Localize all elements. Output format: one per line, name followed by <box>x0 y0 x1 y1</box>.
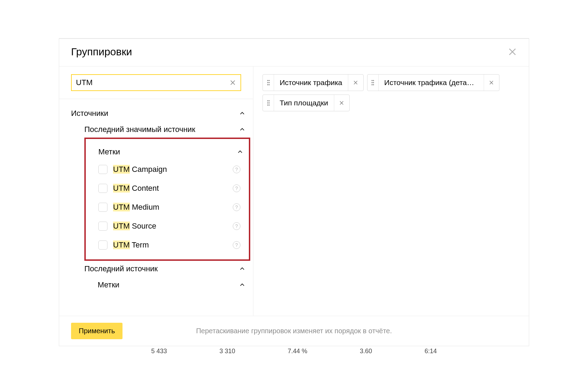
help-icon[interactable]: ? <box>233 241 240 249</box>
item-label: UTM Content <box>113 184 227 193</box>
highlight-text: UTM <box>113 165 130 174</box>
drag-handle-icon[interactable] <box>368 75 379 91</box>
svg-point-7 <box>373 80 374 81</box>
checkbox[interactable] <box>98 184 107 193</box>
utm-item-content[interactable]: UTM Content ? <box>98 179 245 198</box>
svg-point-10 <box>372 84 373 85</box>
tree-label: Последний значимый источник <box>84 125 195 134</box>
modal-title: Группировки <box>71 46 132 58</box>
item-rest: Term <box>130 240 149 249</box>
svg-point-8 <box>372 82 373 83</box>
highlight-text: UTM <box>113 240 130 249</box>
modal-footer: Применить Перетаскивание группировок изм… <box>59 316 529 346</box>
tree-toggle-last-significant[interactable]: Последний значимый источник <box>84 121 250 138</box>
chevron-up-icon <box>239 110 245 117</box>
chevron-up-icon <box>239 126 245 133</box>
help-icon[interactable]: ? <box>233 222 240 230</box>
checkbox[interactable] <box>98 240 107 250</box>
search-box <box>71 74 241 91</box>
svg-point-0 <box>267 80 268 81</box>
tree-node-metki: Метки <box>98 144 245 160</box>
chip-label: Источник трафика <box>274 78 348 87</box>
chevron-up-icon <box>237 149 243 155</box>
help-icon[interactable]: ? <box>233 166 240 173</box>
item-rest: Medium <box>130 203 159 211</box>
bg-num: 3 310 <box>219 348 235 355</box>
apply-button[interactable]: Применить <box>71 323 122 339</box>
svg-point-2 <box>267 82 268 83</box>
checkbox[interactable] <box>98 203 107 212</box>
tree-toggle-metki[interactable]: Метки <box>98 144 245 160</box>
svg-point-16 <box>267 104 268 105</box>
bg-num: 3.60 <box>360 348 372 355</box>
item-rest: Content <box>130 184 159 193</box>
chip-label: Источник трафика (деталь... <box>379 78 484 87</box>
groupings-modal: Группировки <box>59 38 529 346</box>
background-numbers: 5 433 3 310 7.44 % 3.60 6:14 <box>59 348 529 355</box>
svg-point-6 <box>372 80 373 81</box>
tree-toggle-metki2[interactable]: Метки <box>98 277 250 293</box>
left-panel: Источники Последний значимый источник <box>59 67 253 316</box>
bg-num: 5 433 <box>151 348 167 355</box>
tree-label: Метки <box>98 147 120 156</box>
highlight-text: UTM <box>113 184 130 193</box>
tree-wrap: Источники Последний значимый источник <box>59 99 253 316</box>
drag-handle-icon[interactable] <box>263 75 274 91</box>
chip-traffic-source-detail[interactable]: Источник трафика (деталь... <box>367 74 499 91</box>
chip-traffic-source[interactable]: Источник трафика <box>262 74 364 91</box>
chip-label: Тип площадки <box>274 99 334 107</box>
svg-point-12 <box>267 100 268 101</box>
svg-point-3 <box>268 82 270 83</box>
tree-label: Последний источник <box>84 264 158 273</box>
svg-point-14 <box>267 102 268 103</box>
help-icon[interactable]: ? <box>233 203 240 211</box>
bg-num: 6:14 <box>425 348 437 355</box>
close-icon[interactable] <box>508 47 517 56</box>
svg-point-11 <box>373 84 374 85</box>
tree-scroll[interactable]: Источники Последний значимый источник <box>59 99 253 316</box>
chip-remove-icon[interactable] <box>348 75 363 91</box>
tree-toggle-sources[interactable]: Источники <box>71 105 250 121</box>
highlight-text: UTM <box>113 203 130 211</box>
clear-search-icon[interactable] <box>229 79 236 86</box>
svg-point-1 <box>268 80 270 81</box>
svg-point-13 <box>268 100 270 101</box>
checkbox[interactable] <box>98 222 107 231</box>
drag-handle-icon[interactable] <box>263 95 274 111</box>
utm-item-campaign[interactable]: UTM Campaign ? <box>98 160 245 179</box>
svg-point-17 <box>268 104 270 105</box>
search-wrap <box>59 67 253 99</box>
chevron-up-icon <box>239 266 245 272</box>
tree-node-last-significant: Последний значимый источник <box>71 121 250 138</box>
item-label: UTM Campaign <box>113 165 227 174</box>
utm-item-term[interactable]: UTM Term ? <box>98 236 245 254</box>
tree-node-last-source: Последний источник <box>71 261 250 277</box>
svg-point-5 <box>268 84 270 85</box>
highlighted-utm-group: Метки UTM Campaign ? <box>84 138 250 261</box>
modal-body: Источники Последний значимый источник <box>59 67 529 316</box>
footer-hint: Перетаскивание группировок изменяет их п… <box>59 327 529 335</box>
svg-point-15 <box>268 102 270 103</box>
bg-num: 7.44 % <box>288 348 307 355</box>
utm-item-source[interactable]: UTM Source ? <box>98 217 245 236</box>
tree-toggle-last-source[interactable]: Последний источник <box>84 261 250 277</box>
svg-point-4 <box>267 84 268 85</box>
tree-label: Метки <box>98 280 119 289</box>
svg-point-9 <box>373 82 374 83</box>
item-label: UTM Medium <box>113 203 227 212</box>
tree-node-sources: Источники <box>71 105 250 121</box>
help-icon[interactable]: ? <box>233 184 240 192</box>
checkbox[interactable] <box>98 165 107 174</box>
chip-remove-icon[interactable] <box>334 95 349 111</box>
chip-remove-icon[interactable] <box>484 75 499 91</box>
modal-header: Группировки <box>59 39 529 67</box>
chip-site-type[interactable]: Тип площадки <box>262 95 350 111</box>
search-input[interactable] <box>76 78 229 87</box>
item-rest: Source <box>130 222 156 230</box>
item-label: UTM Source <box>113 222 227 231</box>
utm-item-medium[interactable]: UTM Medium ? <box>98 198 245 217</box>
selected-chips-panel: Источник трафика Источник трафика (детал… <box>253 67 529 316</box>
tree-label: Источники <box>71 109 108 118</box>
item-label: UTM Term <box>113 240 227 250</box>
tree-node-metki2: Метки <box>71 277 250 293</box>
